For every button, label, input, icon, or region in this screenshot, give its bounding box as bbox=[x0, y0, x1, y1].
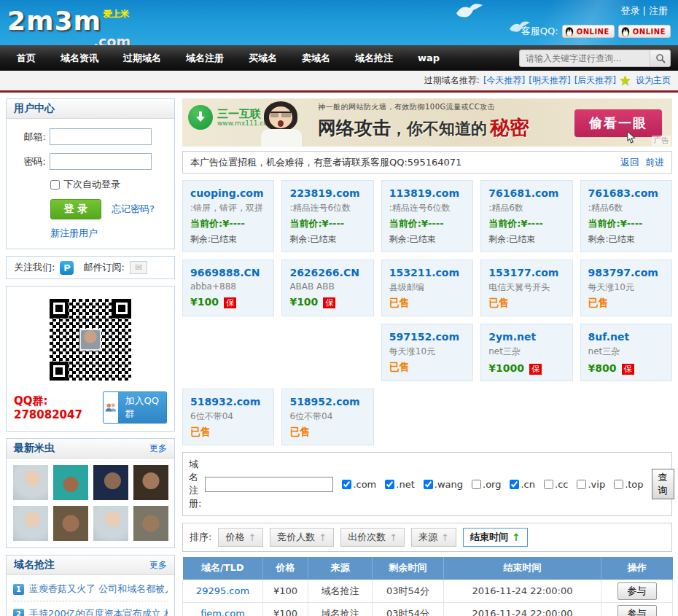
email-label: 邮箱: bbox=[14, 130, 46, 144]
main-nav: 首页 域名资讯 过期域名 域名注册 买域名 卖域名 域名抢注 wap bbox=[0, 45, 678, 71]
search-input[interactable] bbox=[520, 53, 650, 63]
recommend-aftertomorrow-link[interactable]: [后天推荐] bbox=[574, 74, 616, 87]
tld-checkbox-top[interactable] bbox=[614, 480, 623, 489]
recommend-tomorrow-link[interactable]: [明天推荐] bbox=[529, 74, 570, 87]
social-p-icon[interactable]: P bbox=[60, 261, 74, 275]
card-domain[interactable]: 223819.com bbox=[289, 187, 365, 199]
register-domain-input[interactable] bbox=[205, 477, 333, 492]
sort-button-endtime[interactable]: 结束时间↑ bbox=[463, 528, 528, 547]
card-domain[interactable]: 518932.com bbox=[190, 396, 266, 408]
domain-card[interactable]: 597152.com 每天涨10元 已售 bbox=[381, 324, 473, 381]
card-domain[interactable]: 2626266.CN bbox=[289, 267, 365, 278]
domain-card[interactable]: 153211.com 县级邮编 已售 bbox=[381, 260, 473, 316]
domain-card[interactable]: 2626266.CN ABAB ABB ¥100保 bbox=[281, 260, 373, 316]
participate-button[interactable]: 参与 bbox=[617, 582, 657, 600]
domain-card[interactable]: 113819.com :精品连号6位数 当前价:¥---- 剩余:已结束 bbox=[381, 180, 473, 252]
miner-avatar[interactable] bbox=[93, 506, 128, 541]
ad-notice-bar: 本广告位置招租，机会难得，有意者请联系客服QQ:595164071 返回 前进 bbox=[182, 151, 672, 174]
tld-checkbox-vip[interactable] bbox=[577, 480, 586, 489]
nav-item-backorder[interactable]: 域名抢注 bbox=[343, 45, 405, 71]
domain-card[interactable]: 153177.com 电信天翼号开头 已售 bbox=[480, 260, 572, 316]
set-home-link[interactable]: 设为主页 bbox=[636, 74, 671, 87]
card-domain[interactable]: 983797.com bbox=[588, 267, 664, 278]
card-domain[interactable]: 113819.com bbox=[389, 187, 465, 199]
card-domain[interactable]: 2ym.net bbox=[488, 331, 564, 343]
ad-tag-label: 广告 bbox=[652, 136, 671, 146]
card-domain[interactable]: 8uf.net bbox=[588, 331, 664, 343]
qq-online-button-1[interactable]: ONLINE bbox=[562, 25, 615, 38]
login-link[interactable]: 登录 bbox=[621, 5, 640, 16]
domain-card[interactable]: 761683.com :精品6数 当前价:¥---- 剩余:已结束 bbox=[580, 180, 672, 252]
domain-card[interactable]: 9669888.CN abba+888 ¥100保 bbox=[182, 260, 274, 316]
domain-card[interactable]: 8uf.net net三杂 ¥800保 bbox=[580, 324, 672, 381]
forgot-password-link[interactable]: 忘记密码? bbox=[112, 203, 155, 216]
card-domain[interactable]: 761683.com bbox=[588, 187, 664, 199]
auto-login-checkbox[interactable] bbox=[50, 180, 60, 190]
news-item[interactable]: 1 蓝瘦香菇又火了 公司和域名都被人抢 bbox=[13, 577, 168, 601]
qr-finder-pattern bbox=[50, 299, 69, 318]
card-domain[interactable]: 597152.com bbox=[389, 331, 465, 343]
tld-checkbox-wang[interactable] bbox=[424, 480, 433, 489]
row-domain-link[interactable]: 29295.com bbox=[196, 585, 249, 596]
forward-link[interactable]: 前进 bbox=[645, 156, 664, 169]
nav-item-news[interactable]: 域名资讯 bbox=[48, 45, 111, 71]
domain-card[interactable]: cuoping.com :错屏，错评，双拼 当前价:¥---- 剩余:已结束 bbox=[182, 180, 274, 252]
card-domain[interactable]: 761681.com bbox=[488, 187, 564, 199]
domain-card[interactable]: 223819.com :精品连号6位数 当前价:¥---- 剩余:已结束 bbox=[281, 180, 373, 252]
join-qq-group-button[interactable]: 加入QQ群 bbox=[103, 391, 167, 424]
banner-peek-button[interactable]: 偷看一眼 bbox=[574, 109, 662, 137]
row-domain-link[interactable]: fiem.com bbox=[200, 608, 245, 616]
register-query-button[interactable]: 查询 bbox=[652, 469, 674, 499]
miner-avatar[interactable] bbox=[13, 465, 48, 500]
domain-card[interactable]: 761681.com :精品6数 当前价:¥---- 剩余:已结束 bbox=[480, 180, 572, 252]
people-icon bbox=[104, 392, 119, 423]
password-field[interactable] bbox=[50, 153, 152, 170]
domain-card[interactable]: 518952.com 6位不带04 已售 bbox=[281, 389, 373, 445]
nav-item-register[interactable]: 域名注册 bbox=[174, 45, 236, 71]
nav-item-expired[interactable]: 过期域名 bbox=[111, 45, 174, 71]
card-domain[interactable]: cuoping.com bbox=[190, 187, 266, 199]
tld-checkbox-net[interactable] bbox=[385, 480, 394, 489]
recommend-today-link[interactable]: [今天推荐] bbox=[483, 74, 525, 87]
search-button[interactable] bbox=[650, 50, 670, 67]
nav-item-wap[interactable]: wap bbox=[405, 45, 452, 71]
login-button[interactable]: 登 录 bbox=[50, 199, 101, 219]
qq-online-button-2[interactable]: ONLINE bbox=[618, 25, 671, 38]
auto-login-label: 下次自动登录 bbox=[63, 178, 120, 191]
domain-card[interactable]: 2ym.net net三杂 ¥1000保 bbox=[480, 324, 572, 381]
domain-card[interactable]: 518932.com 6位不带04 已售 bbox=[182, 389, 274, 445]
register-link[interactable]: 注册 bbox=[649, 5, 668, 16]
tld-checkbox-cc[interactable] bbox=[544, 480, 553, 489]
nav-item-home[interactable]: 首页 bbox=[4, 45, 48, 71]
participate-button[interactable]: 参与 bbox=[617, 605, 657, 616]
miner-avatar[interactable] bbox=[53, 506, 88, 541]
news-more-link[interactable]: 更多 bbox=[149, 559, 167, 572]
email-field[interactable] bbox=[50, 128, 152, 145]
ad-banner[interactable]: 三一互联 www.mx111.com 神一般的网站防火墙，有效防御100G流量或… bbox=[182, 98, 672, 147]
card-domain[interactable]: 153211.com bbox=[389, 267, 465, 278]
miner-avatar[interactable] bbox=[133, 465, 168, 500]
miner-avatar[interactable] bbox=[53, 465, 88, 500]
miner-avatar[interactable] bbox=[93, 465, 128, 500]
sort-button-price[interactable]: 价格↑ bbox=[218, 528, 263, 547]
tld-checkbox-org[interactable] bbox=[472, 480, 481, 489]
sort-button-source[interactable]: 来源↑ bbox=[411, 528, 456, 547]
news-item[interactable]: 2 手持200亿的百度资本宣布成立 相关 bbox=[13, 601, 168, 616]
miner-avatar[interactable] bbox=[13, 506, 48, 541]
back-link[interactable]: 返回 bbox=[620, 156, 639, 169]
sort-button-bidders[interactable]: 竞价人数↑ bbox=[270, 528, 334, 547]
mail-icon[interactable]: ✉ bbox=[130, 261, 147, 274]
card-domain[interactable]: 9669888.CN bbox=[190, 267, 266, 278]
card-domain[interactable]: 518952.com bbox=[289, 396, 365, 408]
domain-card[interactable]: 983797.com 每天涨10元 已售 bbox=[580, 260, 672, 316]
new-user-link[interactable]: 新注册用户 bbox=[50, 227, 98, 240]
nav-item-sell[interactable]: 卖域名 bbox=[289, 45, 343, 71]
site-logo[interactable]: 2m3m爱上米 .com bbox=[7, 6, 130, 45]
nav-item-buy[interactable]: 买域名 bbox=[236, 45, 289, 71]
tld-checkbox-cn[interactable] bbox=[510, 480, 519, 489]
latest-more-link[interactable]: 更多 bbox=[149, 442, 167, 455]
sort-button-bids[interactable]: 出价次数↑ bbox=[340, 528, 405, 547]
miner-avatar[interactable] bbox=[133, 506, 168, 541]
tld-checkbox-com[interactable] bbox=[342, 480, 351, 489]
card-domain[interactable]: 153177.com bbox=[488, 267, 564, 278]
